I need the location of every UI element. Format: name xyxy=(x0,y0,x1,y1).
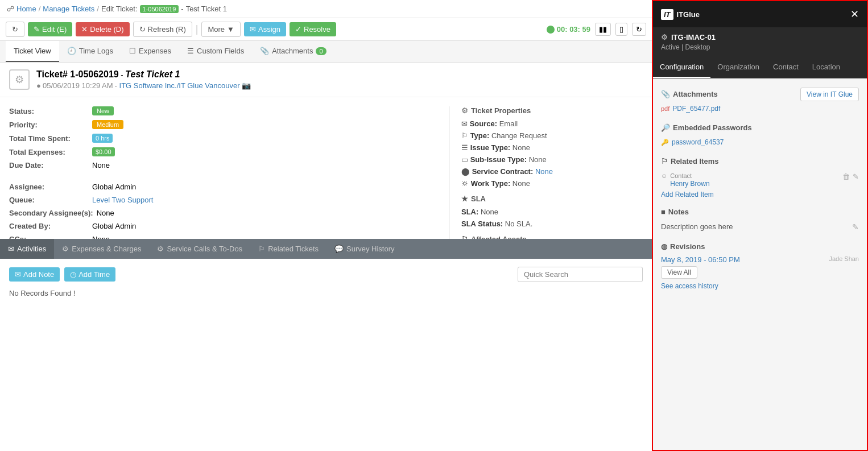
activities-area: ✉ Add Note ◷ Add Time No Records Found ! xyxy=(0,259,652,451)
resolve-button[interactable]: ✓ Resolve xyxy=(290,22,336,36)
nav-location[interactable]: Location xyxy=(805,57,847,78)
company-link[interactable]: ITG Software Inc./IT Glue Vancouver xyxy=(119,81,240,90)
activities-buttons: ✉ Add Note ◷ Add Time xyxy=(9,267,643,282)
delete-icon: ✕ xyxy=(81,25,88,34)
monitor-icon: ▭ xyxy=(461,155,468,164)
related-section-title: ⚐ Related Items xyxy=(661,157,859,165)
type-row: ⚐ Type: Change Request xyxy=(461,131,643,140)
itglue-notes-section: ■ Notes Description goes here ✎ xyxy=(661,208,859,233)
itglue-logo-box: IT xyxy=(661,9,673,20)
tab-expenses[interactable]: ☐ Expenses xyxy=(121,41,179,62)
attachment-link[interactable]: PDF_65477.pdf xyxy=(672,105,720,113)
time-badge: 0 hrs xyxy=(92,134,113,143)
due-date-row: Due Date: None xyxy=(9,161,438,169)
itglue-body: View in IT Glue 📎 Attachments pdf PDF_65… xyxy=(653,78,867,450)
reset-button[interactable]: ↻ xyxy=(632,23,646,36)
access-history-link[interactable]: See access history xyxy=(661,282,859,290)
itglue-passwords-section: 🔎 Embedded Passwords 🔑 password_64537 xyxy=(661,123,859,148)
fields-icon: ☰ xyxy=(187,47,194,55)
home-link[interactable]: Home xyxy=(16,5,36,13)
clock-meta-icon: ● xyxy=(36,81,41,90)
bottom-tabs: ✉ Activities ⚙ Expenses & Charges ⚙ Serv… xyxy=(0,239,652,259)
revisions-section-title: ◍ Revisions xyxy=(661,242,859,251)
briefcase-icon: ⛭ xyxy=(461,179,469,188)
secondary-value: None xyxy=(97,209,114,217)
created-value: Global Admin xyxy=(92,222,136,230)
ticket-number-title: Ticket# 1-05062019 - Test Ticket 1 xyxy=(36,69,251,80)
password-link[interactable]: password_64537 xyxy=(672,138,724,146)
main-tabs: Ticket View 🕘 Time Logs ☐ Expenses ☰ Cus… xyxy=(0,41,652,63)
pause-button[interactable]: ▮▮ xyxy=(595,23,611,36)
delete-button[interactable]: ✕ Delete (D) xyxy=(76,22,129,36)
issue-row: ☰ Issue Type: None xyxy=(461,143,643,152)
btab-activities[interactable]: ✉ Activities xyxy=(0,239,54,259)
add-note-button[interactable]: ✉ Add Note xyxy=(9,267,60,282)
btab-service-calls[interactable]: ⚙ Service Calls & To-Dos xyxy=(149,239,250,259)
add-time-button[interactable]: ◷ Add Time xyxy=(64,267,115,282)
refresh-button[interactable]: ↻ Refresh (R) xyxy=(133,22,192,37)
nav-configuration[interactable]: Configuration xyxy=(653,57,710,78)
tab-ticket-view[interactable]: Ticket View xyxy=(6,41,59,62)
expenses-row: Total Expenses: $0.00 xyxy=(9,147,438,156)
key-icon: 🔎 xyxy=(661,123,670,132)
ticket-left-column: Status: New Priority: Medium Total Time … xyxy=(9,106,438,239)
view-all-button[interactable]: View All xyxy=(661,266,697,279)
toolbar: ↻ ✎ Edit (E) ✕ Delete (D) ↻ Refresh (R) … xyxy=(0,18,652,41)
edit-related-icon[interactable]: ✎ xyxy=(853,172,859,181)
tab-time-logs[interactable]: 🕘 Time Logs xyxy=(59,41,121,62)
home-icon: ☍ xyxy=(7,5,14,13)
revisions-icon: ◍ xyxy=(661,242,667,251)
itglue-logo: IT ITGlue xyxy=(661,9,700,20)
activities-search-input[interactable] xyxy=(518,267,643,282)
delete-related-icon[interactable]: 🗑 xyxy=(842,172,850,181)
contract-value[interactable]: None xyxy=(535,167,553,176)
expenses-badge: $0.00 xyxy=(92,147,115,156)
created-row: Created By: Global Admin xyxy=(9,222,438,230)
revision-item: Jade Shan May 8, 2019 - 06:50 PM xyxy=(661,255,859,264)
queue-value[interactable]: Level Two Support xyxy=(92,196,153,204)
ticket-title-breadcrumb: Test Ticket 1 xyxy=(186,5,227,13)
refresh-small-button[interactable]: ↻ xyxy=(6,22,24,37)
pdf-icon: pdf xyxy=(661,105,669,112)
assign-button[interactable]: ✉ Assign xyxy=(244,22,286,36)
attachment-item: pdf PDF_65477.pdf xyxy=(661,103,800,114)
ccs-row: CCs: None xyxy=(9,235,438,239)
chevron-down-icon: ▼ xyxy=(227,25,234,34)
separator: | xyxy=(196,23,199,35)
ticket-header: ⚙ Ticket# 1-05062019 - Test Ticket 1 ● 0… xyxy=(0,63,652,97)
lock-icon: 🔑 xyxy=(661,139,669,146)
nav-organization[interactable]: Organization xyxy=(710,57,766,78)
related-actions: 🗑 ✎ xyxy=(842,172,859,181)
check-icon: ✓ xyxy=(295,25,301,34)
related-name-link[interactable]: Henry Brown xyxy=(670,180,709,188)
btab-survey[interactable]: 💬 Survey History xyxy=(326,239,403,259)
timer-display: 00: 03: 59 xyxy=(547,25,590,34)
priority-row: Priority: Medium xyxy=(9,120,438,129)
copy-button[interactable]: ▯ xyxy=(615,23,627,36)
btab-expenses[interactable]: ⚙ Expenses & Charges xyxy=(54,239,149,259)
activities-icon: ✉ xyxy=(8,245,14,253)
worktype-row: ⛭ Work Type: None xyxy=(461,179,643,188)
sla-section-title: ★ SLA xyxy=(461,195,643,203)
timer-circle-icon xyxy=(547,26,555,34)
tab-attachments[interactable]: 📎 Attachments 0 xyxy=(252,41,334,62)
view-in-itglue-button[interactable]: View in IT Glue xyxy=(800,88,859,101)
related-type: Contact xyxy=(670,172,709,179)
add-related-link[interactable]: Add Related Item xyxy=(661,191,714,198)
more-button[interactable]: More ▼ xyxy=(201,22,241,37)
tab-custom-fields[interactable]: ☰ Custom Fields xyxy=(179,41,252,62)
no-records-label: No Records Found ! xyxy=(9,289,643,297)
attachment-icon: 📎 xyxy=(260,47,269,55)
note-edit-icon[interactable]: ✎ xyxy=(852,222,859,231)
service-icon: ⚙ xyxy=(157,245,164,253)
nav-contact[interactable]: Contact xyxy=(766,57,805,78)
itglue-close-button[interactable]: ✕ xyxy=(850,8,859,20)
gear-icon: ⚙ xyxy=(461,106,468,115)
status-badge: New xyxy=(92,106,114,115)
sla-status-row: SLA Status: No SLA. xyxy=(461,220,643,228)
edit-button[interactable]: ✎ Edit (E) xyxy=(28,22,72,36)
refresh-icon2: ↻ xyxy=(139,25,146,34)
manage-tickets-link[interactable]: Manage Tickets xyxy=(43,5,94,13)
btab-related-tickets[interactable]: ⚐ Related Tickets xyxy=(250,239,326,259)
device-name: ITG-IMAC-01 xyxy=(671,33,716,42)
